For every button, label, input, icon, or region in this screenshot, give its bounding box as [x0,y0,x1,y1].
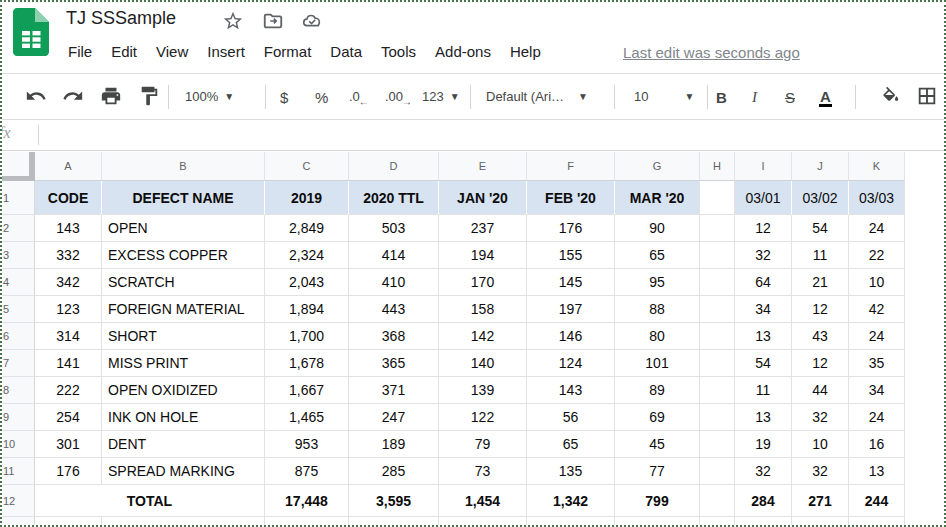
cell[interactable]: 3,595 [349,485,439,517]
cell[interactable]: 197 [527,296,615,323]
cell[interactable]: 17,448 [265,485,349,517]
row-header[interactable]: 1 [2,181,35,215]
cell[interactable] [700,350,735,377]
cell[interactable] [700,323,735,350]
cell[interactable] [700,181,735,215]
number-format-button[interactable]: 123▼ [422,89,460,104]
cell[interactable] [102,517,265,526]
row-header[interactable]: 2 [2,215,35,242]
cell[interactable]: 953 [265,431,349,458]
italic-button[interactable]: I [752,89,757,106]
cell[interactable]: SHORT [102,323,265,350]
cell[interactable]: JAN '20 [439,181,527,215]
star-icon[interactable] [222,10,244,32]
cell[interactable] [349,517,439,526]
borders-icon[interactable] [916,85,940,109]
cell[interactable] [527,517,615,526]
cell[interactable] [700,296,735,323]
cell[interactable]: 89 [615,377,700,404]
cell[interactable]: 284 [735,485,792,517]
cell[interactable]: 2,043 [265,269,349,296]
cell[interactable]: 95 [615,269,700,296]
cell[interactable]: 03/02 [792,181,849,215]
cloud-saved-icon[interactable] [301,10,323,32]
menu-item-edit[interactable]: Edit [111,43,137,60]
cell[interactable]: 124 [527,350,615,377]
cell[interactable]: DENT [102,431,265,458]
row-header[interactable]: 12 [2,485,35,517]
cell[interactable]: 237 [439,215,527,242]
row-header[interactable]: 9 [2,404,35,431]
cell[interactable]: 35 [849,350,905,377]
cell[interactable]: 65 [527,431,615,458]
cell[interactable] [700,377,735,404]
cell[interactable]: 143 [35,215,102,242]
cell[interactable]: 414 [349,242,439,269]
cell[interactable]: 368 [349,323,439,350]
cell[interactable]: 24 [849,404,905,431]
cell[interactable]: 34 [735,296,792,323]
cell[interactable] [700,485,735,517]
cell[interactable]: 1,454 [439,485,527,517]
cell[interactable]: 170 [439,269,527,296]
format-currency-button[interactable]: $ [280,89,288,106]
cell[interactable]: OPEN OXIDIZED [102,377,265,404]
cell[interactable]: INK ON HOLE [102,404,265,431]
cell[interactable]: EXCESS COPPER [102,242,265,269]
column-header-B[interactable]: B [102,152,265,181]
cell[interactable]: 32 [735,242,792,269]
cell[interactable]: 342 [35,269,102,296]
cell[interactable]: 73 [439,458,527,485]
cell[interactable]: 2,324 [265,242,349,269]
cell[interactable]: FOREIGN MATERIAL [102,296,265,323]
cell[interactable]: 365 [349,350,439,377]
cell[interactable]: 145 [527,269,615,296]
cell[interactable] [439,517,527,526]
column-header-I[interactable]: I [735,152,792,181]
cell[interactable]: SCRATCH [102,269,265,296]
cell[interactable] [700,458,735,485]
cell[interactable]: 135 [527,458,615,485]
cell[interactable]: 143 [527,377,615,404]
cell[interactable]: 141 [35,350,102,377]
cell[interactable]: 34 [849,377,905,404]
bold-button[interactable]: B [716,89,727,106]
cell[interactable]: 10 [849,269,905,296]
cell[interactable]: 176 [35,458,102,485]
cell[interactable]: 13 [735,323,792,350]
move-folder-icon[interactable] [262,10,284,32]
cell[interactable]: 45 [615,431,700,458]
cell[interactable]: 42 [849,296,905,323]
undo-icon[interactable] [25,85,49,109]
cell[interactable] [700,517,735,526]
cell[interactable]: 271 [792,485,849,517]
cell[interactable]: 1,667 [265,377,349,404]
decrease-decimal-button[interactable]: .0← [349,89,370,104]
cell[interactable]: 244 [849,485,905,517]
cell[interactable]: 44 [792,377,849,404]
cell[interactable]: SPREAD MARKING [102,458,265,485]
font-size-select[interactable]: 10▼ [634,89,694,104]
cell[interactable]: 140 [439,350,527,377]
document-title[interactable]: TJ SSSample [66,8,176,29]
strikethrough-button[interactable]: S [785,89,795,106]
cell[interactable]: 24 [849,215,905,242]
cell[interactable]: 371 [349,377,439,404]
cell[interactable]: 32 [792,404,849,431]
cell[interactable]: 155 [527,242,615,269]
menu-item-data[interactable]: Data [330,43,362,60]
menu-item-help[interactable]: Help [510,43,541,60]
column-header-J[interactable]: J [792,152,849,181]
cell[interactable]: 54 [735,350,792,377]
increase-decimal-button[interactable]: .00→ [385,89,413,104]
cell[interactable] [700,242,735,269]
cell[interactable]: 13 [735,404,792,431]
print-icon[interactable] [100,85,124,109]
row-header[interactable] [2,517,35,526]
cell[interactable]: 799 [615,485,700,517]
cell[interactable]: 11 [792,242,849,269]
cell[interactable]: 10 [792,431,849,458]
cell[interactable]: 122 [439,404,527,431]
zoom-select[interactable]: 100%▼ [185,89,234,104]
cell[interactable]: FEB '20 [527,181,615,215]
